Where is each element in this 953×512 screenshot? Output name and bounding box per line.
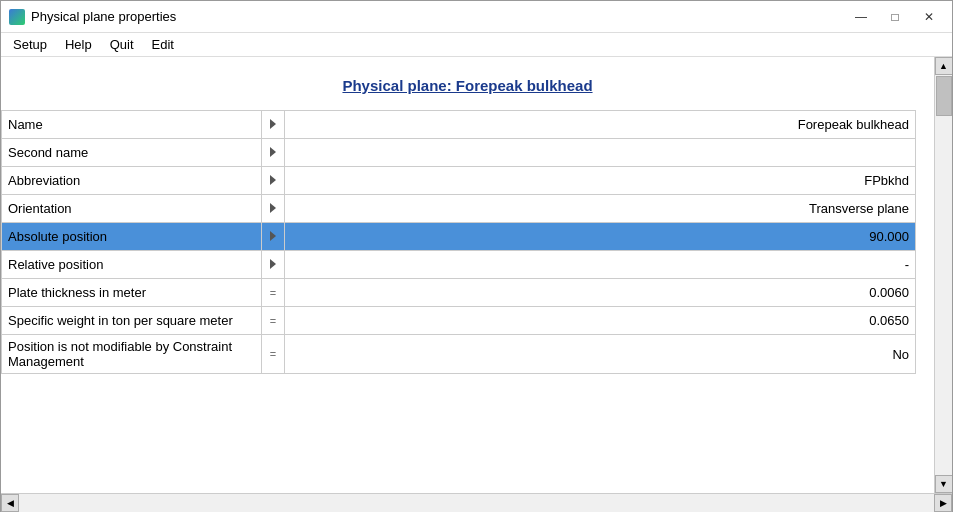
property-label: Plate thickness in meter <box>2 279 262 307</box>
scroll-left-button[interactable]: ◀ <box>1 494 19 512</box>
property-value: Transverse plane <box>285 195 916 223</box>
table-row[interactable]: Position is not modifiable by Constraint… <box>2 335 916 374</box>
property-value: 0.0060 <box>285 279 916 307</box>
vertical-scrollbar: ▲ ▼ <box>934 57 952 493</box>
scroll-track[interactable] <box>935 75 953 475</box>
main-content: Physical plane: Forepeak bulkhead NameFo… <box>1 57 934 493</box>
property-label: Orientation <box>2 195 262 223</box>
horizontal-scrollbar: ◀ ▶ <box>1 493 952 511</box>
property-divider: = <box>262 335 285 374</box>
property-value: No <box>285 335 916 374</box>
menu-bar: Setup Help Quit Edit <box>1 33 952 57</box>
menu-setup[interactable]: Setup <box>5 35 55 54</box>
property-label: Second name <box>2 139 262 167</box>
scroll-h-track[interactable] <box>19 494 934 512</box>
content-area: Physical plane: Forepeak bulkhead NameFo… <box>1 57 952 493</box>
property-label: Relative position <box>2 251 262 279</box>
property-divider: = <box>262 307 285 335</box>
menu-help[interactable]: Help <box>57 35 100 54</box>
scroll-up-button[interactable]: ▲ <box>935 57 953 75</box>
close-button[interactable]: ✕ <box>914 6 944 28</box>
properties-table: NameForepeak bulkheadSecond nameAbbrevia… <box>1 110 916 374</box>
maximize-button[interactable]: □ <box>880 6 910 28</box>
property-divider <box>262 167 285 195</box>
menu-edit[interactable]: Edit <box>144 35 182 54</box>
property-divider <box>262 111 285 139</box>
table-row[interactable]: Specific weight in ton per square meter=… <box>2 307 916 335</box>
property-label: Absolute position <box>2 223 262 251</box>
svg-marker-0 <box>270 119 276 129</box>
svg-marker-2 <box>270 175 276 185</box>
page-title: Physical plane: Forepeak bulkhead <box>1 57 934 110</box>
title-bar-controls: — □ ✕ <box>846 6 944 28</box>
window-title: Physical plane properties <box>31 9 176 24</box>
property-value: - <box>285 251 916 279</box>
property-value <box>285 139 916 167</box>
property-value: Forepeak bulkhead <box>285 111 916 139</box>
property-divider <box>262 223 285 251</box>
table-row[interactable]: AbbreviationFPbkhd <box>2 167 916 195</box>
property-label: Position is not modifiable by Constraint… <box>2 335 262 374</box>
property-label: Abbreviation <box>2 167 262 195</box>
property-divider <box>262 139 285 167</box>
title-bar-left: Physical plane properties <box>9 9 176 25</box>
menu-quit[interactable]: Quit <box>102 35 142 54</box>
table-row[interactable]: Relative position- <box>2 251 916 279</box>
property-value: 0.0650 <box>285 307 916 335</box>
svg-marker-3 <box>270 203 276 213</box>
title-bar: Physical plane properties — □ ✕ <box>1 1 952 33</box>
app-icon <box>9 9 25 25</box>
table-row[interactable]: NameForepeak bulkhead <box>2 111 916 139</box>
scroll-thumb[interactable] <box>936 76 952 116</box>
svg-marker-1 <box>270 147 276 157</box>
minimize-button[interactable]: — <box>846 6 876 28</box>
svg-marker-5 <box>270 259 276 269</box>
table-row[interactable]: Second name <box>2 139 916 167</box>
table-row[interactable]: Absolute position90.000 <box>2 223 916 251</box>
property-value: FPbkhd <box>285 167 916 195</box>
svg-marker-4 <box>270 231 276 241</box>
property-divider <box>262 195 285 223</box>
main-window: Physical plane properties — □ ✕ Setup He… <box>0 0 953 512</box>
scroll-down-button[interactable]: ▼ <box>935 475 953 493</box>
table-row[interactable]: OrientationTransverse plane <box>2 195 916 223</box>
scroll-right-button[interactable]: ▶ <box>934 494 952 512</box>
table-row[interactable]: Plate thickness in meter=0.0060 <box>2 279 916 307</box>
property-label: Name <box>2 111 262 139</box>
property-value: 90.000 <box>285 223 916 251</box>
property-label: Specific weight in ton per square meter <box>2 307 262 335</box>
property-divider <box>262 251 285 279</box>
property-divider: = <box>262 279 285 307</box>
